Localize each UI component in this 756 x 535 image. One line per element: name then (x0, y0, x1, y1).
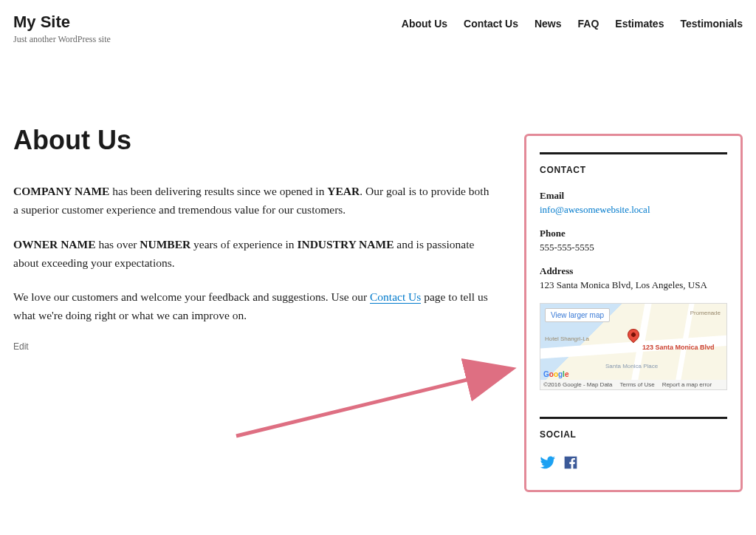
nav-testimonials[interactable]: Testimonials (680, 18, 743, 30)
phone-value: 555-555-5555 (540, 242, 727, 253)
view-larger-map-button[interactable]: View larger map (545, 308, 610, 322)
map-terms-link[interactable]: Terms of Use (620, 381, 655, 388)
address-value: 123 Santa Monica Blvd, Los Angeles, USA (540, 279, 727, 291)
sidebar: CONTACT Email info@awesomewebsite.local … (524, 134, 743, 492)
edit-link[interactable]: Edit (13, 341, 495, 352)
nav-faq[interactable]: FAQ (578, 18, 599, 30)
map-poi-hotel: Hotel Shangri-La (545, 335, 589, 342)
map-copyright: ©2016 Google - Map Data (543, 381, 613, 388)
page-content: About Us COMPANY NAME has been deliverin… (13, 51, 524, 492)
about-paragraph-2: OWNER NAME has over NUMBER years of expe… (13, 236, 495, 273)
nav-about[interactable]: About Us (402, 18, 447, 30)
about-paragraph-3: We love our customers and welcome your f… (13, 288, 495, 325)
map-report-link[interactable]: Report a map error (662, 381, 712, 388)
address-label: Address (540, 265, 727, 277)
widget-divider (540, 152, 727, 154)
email-value[interactable]: info@awesomewebsite.local (540, 204, 727, 216)
social-widget-title: SOCIAL (540, 429, 727, 440)
map-poi-place: Santa Monica Place (605, 363, 658, 369)
page-title: About Us (13, 125, 495, 156)
email-label: Email (540, 190, 727, 202)
facebook-icon[interactable] (563, 455, 578, 470)
site-tagline: Just another WordPress site (13, 34, 111, 45)
widget-divider (540, 417, 727, 419)
map-poi-promenade: Promenade (690, 310, 721, 316)
nav-news[interactable]: News (535, 18, 562, 30)
nav-contact[interactable]: Contact Us (464, 18, 518, 30)
twitter-icon[interactable] (540, 454, 556, 471)
social-widget: SOCIAL (540, 417, 727, 471)
contact-widget-title: CONTACT (540, 165, 727, 175)
map-embed[interactable]: View larger map Hotel Shangri-La Promena… (540, 303, 727, 390)
about-paragraph-1: COMPANY NAME has been delivering results… (13, 183, 495, 219)
map-pin-label: 123 Santa Monica Blvd (642, 344, 715, 351)
phone-label: Phone (540, 228, 727, 239)
contact-us-link[interactable]: Contact Us (370, 290, 421, 304)
site-title[interactable]: My Site (13, 13, 111, 31)
google-logo: Google (543, 370, 568, 378)
contact-widget: CONTACT Email info@awesomewebsite.local … (540, 152, 727, 390)
primary-nav: About Us Contact Us News FAQ Estimates T… (402, 13, 743, 30)
map-attribution: ©2016 Google - Map Data Terms of Use Rep… (540, 380, 726, 389)
nav-estimates[interactable]: Estimates (615, 18, 664, 30)
